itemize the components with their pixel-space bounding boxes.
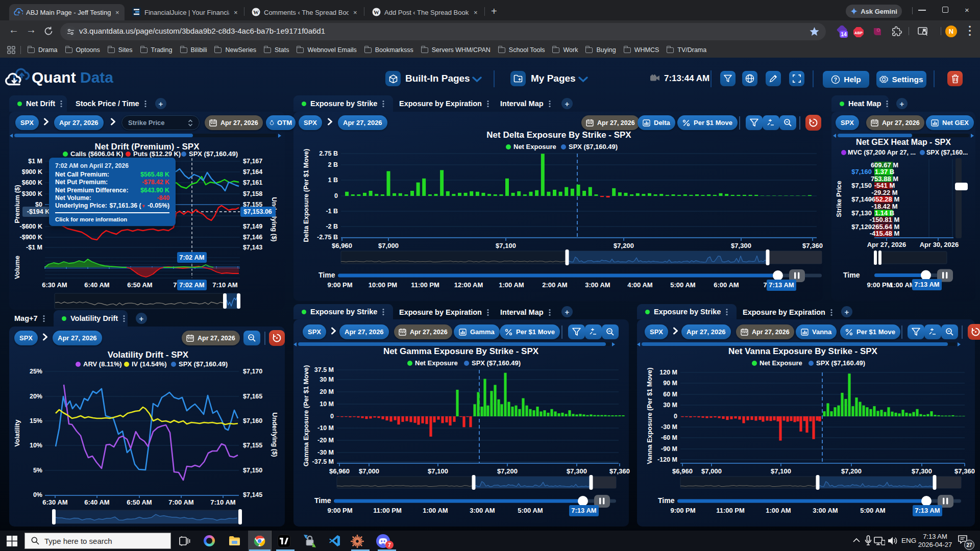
svg-text:W: W	[374, 9, 379, 15]
svg-text:W: W	[253, 9, 259, 15]
svg-text:?: ?	[834, 77, 837, 82]
svg-text:ABP: ABP	[854, 31, 863, 35]
svg-text:14: 14	[841, 31, 847, 37]
